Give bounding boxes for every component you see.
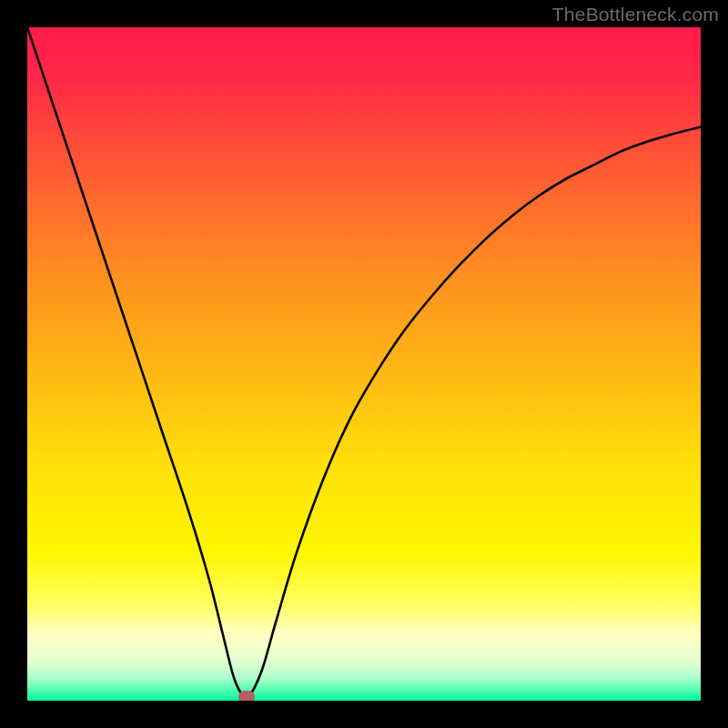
background-gradient [27,27,701,701]
chart-frame: TheBottleneck.com [0,0,728,728]
plot-area [27,27,701,701]
watermark-text: TheBottleneck.com [552,4,719,25]
svg-rect-0 [27,27,701,701]
